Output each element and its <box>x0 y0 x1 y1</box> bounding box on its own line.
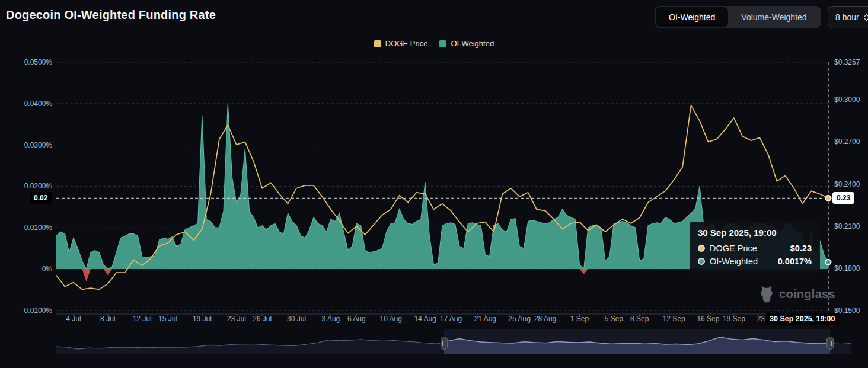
x-axis-label: 25 Aug <box>509 315 531 323</box>
right-axis-tick: $0.3000 <box>834 95 860 104</box>
crosshair-right-badge: 0.23 <box>832 192 854 204</box>
x-axis-label: 14 Aug <box>414 315 436 323</box>
funding-marker-dot <box>826 260 831 265</box>
x-axis-label: 19 Jul <box>193 315 212 323</box>
tooltip-row-oi-weighted: OI-Weighted 0.0017% <box>698 257 812 266</box>
crosshair-date-badge: 30 Sep 2025, 19:00 <box>765 313 840 325</box>
tooltip-label: OI-Weighted <box>710 257 758 266</box>
tooltip-value: $0.23 <box>790 244 812 253</box>
tooltip-row-doge-price: DOGE Price $0.23 <box>698 244 812 253</box>
x-axis-label: 8 Jul <box>100 315 115 323</box>
x-axis-label: 16 Sep <box>697 315 719 323</box>
left-axis-tick: 0.0400% <box>0 100 52 108</box>
crosshair-left-badge: 0.02 <box>30 192 52 204</box>
right-axis-tick: $0.3267 <box>834 58 860 66</box>
x-axis-label: 30 Jul <box>287 315 306 323</box>
oi-weighted-dot-icon <box>698 258 705 265</box>
x-axis-label: 26 Jul <box>253 315 272 323</box>
left-axis-tick: 0% <box>0 265 52 273</box>
tooltip-label: DOGE Price <box>710 244 757 253</box>
coinglass-watermark: coinglass <box>759 285 835 303</box>
right-axis-tick: $0.2100 <box>834 222 860 231</box>
navigator-right-handle[interactable] <box>826 337 834 350</box>
x-axis-label: 12 Sep <box>663 315 685 323</box>
x-axis-label: 12 Jul <box>133 315 152 323</box>
watermark-text: coinglass <box>779 287 835 301</box>
x-axis-label: 3 Aug <box>322 315 340 323</box>
x-axis-label: 19 Sep <box>723 315 745 323</box>
x-axis-label: 17 Aug <box>440 315 462 323</box>
x-axis-label: 28 Aug <box>534 315 556 323</box>
tooltip-date: 30 Sep 2025, 19:00 <box>698 228 812 238</box>
left-axis-tick: 0.0300% <box>0 141 52 149</box>
x-axis-label: 10 Aug <box>380 315 402 323</box>
navigator-left-handle[interactable] <box>441 337 448 350</box>
right-axis-tick: $0.1800 <box>834 264 860 273</box>
left-axis-tick: 0.0200% <box>0 182 52 190</box>
left-axis-tick: 0.0100% <box>0 223 52 232</box>
doge-price-dot-icon <box>698 245 705 252</box>
x-axis-label: 1 Sep <box>570 315 589 323</box>
x-axis-label: 6 Aug <box>347 315 366 323</box>
x-axis-label: 8 Sep <box>630 315 649 323</box>
left-axis-tick: -0.0100% <box>0 306 52 315</box>
x-axis-label: 21 Aug <box>474 315 496 323</box>
tooltip: 30 Sep 2025, 19:00 DOGE Price $0.23 OI-W… <box>690 222 820 273</box>
price-marker-dot <box>826 196 831 201</box>
right-axis-tick: $0.2400 <box>834 180 860 188</box>
main-chart-plot[interactable] <box>0 0 868 368</box>
coinglass-logo-icon <box>759 285 774 303</box>
x-axis-label: 5 Sep <box>605 315 623 323</box>
right-axis-tick: $0.2700 <box>834 137 860 146</box>
left-axis-tick: 0.0500% <box>0 58 52 66</box>
x-axis-label: 23 Jul <box>227 315 246 323</box>
x-axis-label: 4 Jul <box>66 315 81 323</box>
tooltip-value: 0.0017% <box>778 257 812 266</box>
x-axis-label: 15 Jul <box>158 315 177 323</box>
